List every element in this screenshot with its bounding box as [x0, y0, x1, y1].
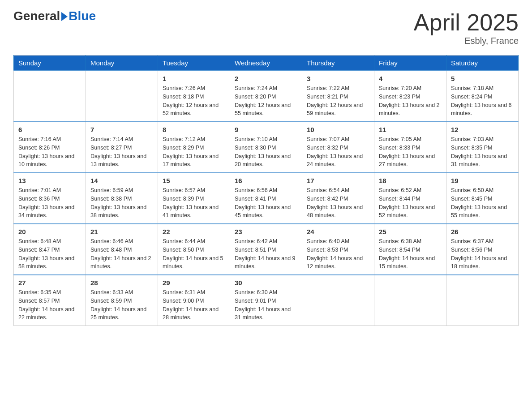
day-number: 15	[163, 177, 225, 184]
day-info: Sunrise: 6:31 AM Sunset: 9:00 PM Dayligh…	[163, 288, 225, 322]
day-number: 22	[163, 228, 225, 235]
calendar-cell: 18Sunrise: 6:52 AM Sunset: 8:44 PM Dayli…	[374, 173, 446, 224]
day-number: 14	[90, 177, 153, 184]
calendar-cell: 4Sunrise: 7:20 AM Sunset: 8:23 PM Daylig…	[374, 71, 446, 122]
calendar-cell: 2Sunrise: 7:24 AM Sunset: 8:20 PM Daylig…	[230, 71, 302, 122]
day-number: 24	[307, 228, 369, 235]
day-number: 12	[451, 126, 514, 133]
calendar-cell: 16Sunrise: 6:56 AM Sunset: 8:41 PM Dayli…	[230, 173, 302, 224]
day-info: Sunrise: 7:01 AM Sunset: 8:36 PM Dayligh…	[18, 186, 81, 220]
day-number: 9	[235, 126, 297, 133]
weekday-header-thursday: Thursday	[302, 56, 374, 71]
calendar-cell: 5Sunrise: 7:18 AM Sunset: 8:24 PM Daylig…	[446, 71, 519, 122]
weekday-header-saturday: Saturday	[446, 56, 519, 71]
day-number: 11	[379, 126, 442, 133]
day-number: 26	[451, 228, 514, 235]
calendar-cell: 29Sunrise: 6:31 AM Sunset: 9:00 PM Dayli…	[158, 275, 230, 326]
logo-blue-text: Blue	[69, 9, 96, 23]
calendar-cell: 3Sunrise: 7:22 AM Sunset: 8:21 PM Daylig…	[302, 71, 374, 122]
month-year-title: April 2025	[414, 9, 519, 36]
weekday-header-monday: Monday	[86, 56, 158, 71]
day-info: Sunrise: 6:38 AM Sunset: 8:54 PM Dayligh…	[379, 237, 442, 271]
logo: General Blue	[13, 9, 96, 23]
day-info: Sunrise: 6:56 AM Sunset: 8:41 PM Dayligh…	[235, 186, 297, 220]
day-info: Sunrise: 7:22 AM Sunset: 8:21 PM Dayligh…	[307, 84, 369, 118]
day-info: Sunrise: 7:10 AM Sunset: 8:30 PM Dayligh…	[235, 135, 297, 169]
day-info: Sunrise: 6:52 AM Sunset: 8:44 PM Dayligh…	[379, 186, 442, 220]
day-number: 4	[379, 75, 442, 82]
calendar-week-5: 27Sunrise: 6:35 AM Sunset: 8:57 PM Dayli…	[14, 275, 519, 326]
logo-general-text: General	[13, 9, 60, 23]
day-number: 10	[307, 126, 369, 133]
calendar-cell: 28Sunrise: 6:33 AM Sunset: 8:59 PM Dayli…	[86, 275, 158, 326]
calendar-cell	[374, 275, 446, 326]
calendar-cell: 25Sunrise: 6:38 AM Sunset: 8:54 PM Dayli…	[374, 224, 446, 275]
day-number: 6	[18, 126, 81, 133]
day-number: 2	[235, 75, 297, 82]
day-info: Sunrise: 7:07 AM Sunset: 8:32 PM Dayligh…	[307, 135, 369, 169]
day-number: 17	[307, 177, 369, 184]
weekday-header-tuesday: Tuesday	[158, 56, 230, 71]
calendar-cell: 24Sunrise: 6:40 AM Sunset: 8:53 PM Dayli…	[302, 224, 374, 275]
calendar-cell: 17Sunrise: 6:54 AM Sunset: 8:42 PM Dayli…	[302, 173, 374, 224]
calendar-cell: 6Sunrise: 7:16 AM Sunset: 8:26 PM Daylig…	[14, 122, 86, 173]
calendar-week-3: 13Sunrise: 7:01 AM Sunset: 8:36 PM Dayli…	[14, 173, 519, 224]
calendar-table: SundayMondayTuesdayWednesdayThursdayFrid…	[13, 55, 519, 326]
day-number: 30	[235, 279, 297, 287]
calendar-cell: 14Sunrise: 6:59 AM Sunset: 8:38 PM Dayli…	[86, 173, 158, 224]
calendar-cell: 27Sunrise: 6:35 AM Sunset: 8:57 PM Dayli…	[14, 275, 86, 326]
calendar-cell: 15Sunrise: 6:57 AM Sunset: 8:39 PM Dayli…	[158, 173, 230, 224]
day-info: Sunrise: 6:42 AM Sunset: 8:51 PM Dayligh…	[235, 237, 297, 271]
day-number: 29	[163, 279, 225, 287]
day-info: Sunrise: 6:59 AM Sunset: 8:38 PM Dayligh…	[90, 186, 153, 220]
calendar-cell	[86, 71, 158, 122]
calendar-cell: 26Sunrise: 6:37 AM Sunset: 8:56 PM Dayli…	[446, 224, 519, 275]
logo-arrow-icon	[61, 12, 68, 21]
day-number: 16	[235, 177, 297, 184]
day-info: Sunrise: 6:40 AM Sunset: 8:53 PM Dayligh…	[307, 237, 369, 271]
day-number: 28	[90, 279, 153, 287]
day-number: 23	[235, 228, 297, 235]
calendar-body: 1Sunrise: 7:26 AM Sunset: 8:18 PM Daylig…	[14, 71, 519, 326]
calendar-cell	[302, 275, 374, 326]
day-number: 19	[451, 177, 514, 184]
calendar-cell: 13Sunrise: 7:01 AM Sunset: 8:36 PM Dayli…	[14, 173, 86, 224]
weekday-header-wednesday: Wednesday	[230, 56, 302, 71]
day-number: 7	[90, 126, 153, 133]
calendar-week-4: 20Sunrise: 6:48 AM Sunset: 8:47 PM Dayli…	[14, 224, 519, 275]
day-number: 3	[307, 75, 369, 82]
day-info: Sunrise: 6:35 AM Sunset: 8:57 PM Dayligh…	[18, 288, 81, 322]
day-info: Sunrise: 7:14 AM Sunset: 8:27 PM Dayligh…	[90, 135, 153, 169]
calendar-week-2: 6Sunrise: 7:16 AM Sunset: 8:26 PM Daylig…	[14, 122, 519, 173]
weekday-header-sunday: Sunday	[14, 56, 86, 71]
day-info: Sunrise: 7:18 AM Sunset: 8:24 PM Dayligh…	[451, 84, 514, 118]
weekday-header-friday: Friday	[374, 56, 446, 71]
day-info: Sunrise: 6:33 AM Sunset: 8:59 PM Dayligh…	[90, 288, 153, 322]
calendar-cell: 11Sunrise: 7:05 AM Sunset: 8:33 PM Dayli…	[374, 122, 446, 173]
day-info: Sunrise: 7:24 AM Sunset: 8:20 PM Dayligh…	[235, 84, 297, 118]
day-info: Sunrise: 6:46 AM Sunset: 8:48 PM Dayligh…	[90, 237, 153, 271]
day-number: 21	[90, 228, 153, 235]
header-right: April 2025 Esbly, France	[414, 9, 519, 46]
weekday-header-row: SundayMondayTuesdayWednesdayThursdayFrid…	[14, 56, 519, 71]
day-number: 8	[163, 126, 225, 133]
day-number: 13	[18, 177, 81, 184]
day-info: Sunrise: 6:57 AM Sunset: 8:39 PM Dayligh…	[163, 186, 225, 220]
calendar-cell: 23Sunrise: 6:42 AM Sunset: 8:51 PM Dayli…	[230, 224, 302, 275]
day-info: Sunrise: 7:16 AM Sunset: 8:26 PM Dayligh…	[18, 135, 81, 169]
day-info: Sunrise: 7:12 AM Sunset: 8:29 PM Dayligh…	[163, 135, 225, 169]
location-label: Esbly, France	[414, 36, 519, 46]
day-info: Sunrise: 6:50 AM Sunset: 8:45 PM Dayligh…	[451, 186, 514, 220]
day-info: Sunrise: 7:05 AM Sunset: 8:33 PM Dayligh…	[379, 135, 442, 169]
calendar-cell: 12Sunrise: 7:03 AM Sunset: 8:35 PM Dayli…	[446, 122, 519, 173]
day-info: Sunrise: 6:30 AM Sunset: 9:01 PM Dayligh…	[235, 288, 297, 322]
day-number: 25	[379, 228, 442, 235]
calendar-cell: 20Sunrise: 6:48 AM Sunset: 8:47 PM Dayli…	[14, 224, 86, 275]
calendar-cell: 1Sunrise: 7:26 AM Sunset: 8:18 PM Daylig…	[158, 71, 230, 122]
page-header: General Blue April 2025 Esbly, France	[13, 9, 519, 46]
calendar-cell: 30Sunrise: 6:30 AM Sunset: 9:01 PM Dayli…	[230, 275, 302, 326]
day-info: Sunrise: 7:26 AM Sunset: 8:18 PM Dayligh…	[163, 84, 225, 118]
day-info: Sunrise: 6:48 AM Sunset: 8:47 PM Dayligh…	[18, 237, 81, 271]
calendar-cell	[446, 275, 519, 326]
calendar-cell: 10Sunrise: 7:07 AM Sunset: 8:32 PM Dayli…	[302, 122, 374, 173]
